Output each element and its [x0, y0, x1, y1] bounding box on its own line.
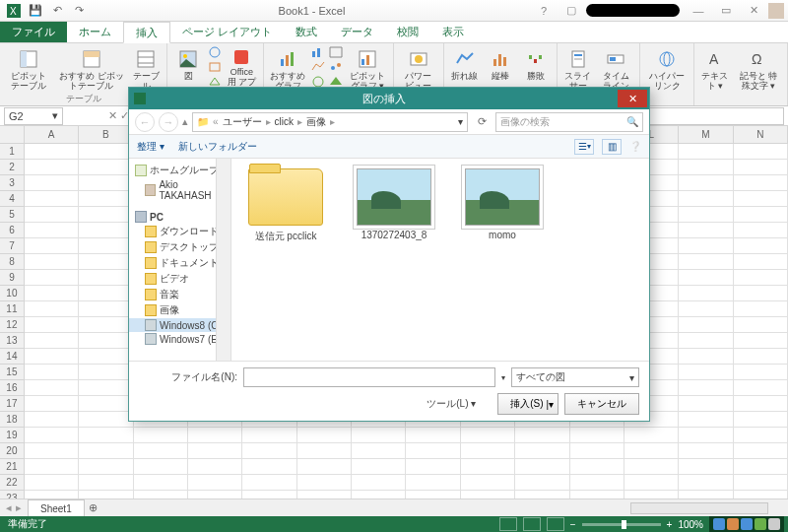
cell[interactable] — [188, 428, 242, 443]
zoom-in-icon[interactable]: + — [667, 519, 673, 530]
cell[interactable] — [679, 491, 733, 499]
cell[interactable] — [734, 333, 788, 349]
cell[interactable] — [25, 286, 79, 301]
zoom-level[interactable]: 100% — [678, 519, 703, 530]
cell[interactable] — [352, 475, 406, 491]
cancel-button[interactable]: キャンセル — [564, 393, 639, 415]
cell[interactable] — [734, 349, 788, 365]
cell[interactable] — [515, 491, 569, 499]
cell[interactable] — [734, 428, 788, 443]
cell[interactable] — [352, 443, 406, 459]
sheet-nav-prev[interactable]: ◂ — [6, 501, 12, 514]
chart-types[interactable] — [310, 45, 326, 89]
cell[interactable] — [406, 459, 460, 475]
refresh-button[interactable]: ⟳ — [472, 115, 492, 128]
row-header[interactable]: 23 — [0, 491, 25, 499]
cell[interactable] — [679, 270, 733, 286]
cell[interactable] — [25, 160, 79, 175]
user-avatar[interactable] — [768, 3, 784, 19]
insert-button[interactable]: 挿入(S) |▾ — [497, 393, 558, 415]
cell[interactable] — [188, 491, 242, 499]
file-list[interactable]: 送信元 pcclick 1370272403_8 momo — [231, 159, 649, 361]
col-header[interactable]: A — [25, 126, 79, 144]
cell[interactable] — [188, 459, 242, 475]
cell[interactable] — [79, 301, 133, 317]
text-button[interactable]: Aテキスト ▾ — [698, 45, 732, 93]
maximize-icon[interactable]: ▭ — [713, 3, 739, 19]
save-icon[interactable]: 💾 — [26, 2, 45, 20]
cell[interactable] — [25, 396, 79, 412]
tab-file[interactable]: ファイル — [0, 22, 67, 42]
zoom-out-icon[interactable]: − — [570, 519, 576, 530]
cell[interactable] — [25, 207, 79, 223]
tab-home[interactable]: ホーム — [67, 22, 123, 42]
cell[interactable] — [461, 459, 515, 475]
cell[interactable] — [79, 317, 133, 333]
cell[interactable] — [679, 223, 733, 238]
view-mode-button[interactable]: ☰▾ — [574, 139, 594, 155]
cell[interactable] — [188, 443, 242, 459]
tab-pagelayout[interactable]: ページ レイアウト — [170, 22, 284, 42]
cell[interactable] — [515, 475, 569, 491]
cell[interactable] — [297, 491, 352, 499]
cell[interactable] — [679, 349, 733, 365]
col-header[interactable]: N — [734, 126, 788, 144]
rec-chart-button[interactable]: おすすめ グラフ — [268, 45, 308, 93]
cell[interactable] — [134, 459, 188, 475]
close-button[interactable]: ✕ — [618, 90, 647, 107]
account-badge[interactable] — [586, 4, 680, 17]
row-header[interactable]: 16 — [0, 380, 25, 396]
cell[interactable] — [79, 491, 133, 499]
name-box[interactable]: G2▾ — [4, 107, 63, 125]
organize-menu[interactable]: 整理 ▾ — [137, 140, 164, 154]
cell[interactable] — [25, 380, 79, 396]
up-button[interactable]: ▴ — [182, 115, 188, 128]
cell[interactable] — [734, 286, 788, 301]
cell[interactable] — [570, 475, 624, 491]
file-item[interactable]: 1370272403_8 — [350, 168, 438, 240]
table-button[interactable]: テーブル — [129, 45, 163, 93]
cell[interactable] — [79, 144, 133, 160]
cell[interactable] — [79, 160, 133, 175]
cell[interactable] — [734, 301, 788, 317]
cell[interactable] — [570, 443, 624, 459]
file-item[interactable]: momo — [458, 168, 547, 240]
cell[interactable] — [570, 459, 624, 475]
cell[interactable] — [734, 270, 788, 286]
cell[interactable] — [624, 428, 679, 443]
row-header[interactable]: 20 — [0, 443, 25, 459]
cell[interactable] — [242, 443, 296, 459]
cell[interactable] — [79, 207, 133, 223]
cell[interactable] — [679, 333, 733, 349]
cell[interactable] — [242, 459, 296, 475]
shapes-stack[interactable] — [207, 45, 223, 89]
file-type-filter[interactable]: すべての図▾ — [511, 367, 639, 387]
chart-types-2[interactable] — [328, 45, 344, 89]
row-header[interactable]: 3 — [0, 175, 25, 191]
cell[interactable] — [461, 443, 515, 459]
cell[interactable] — [25, 428, 79, 443]
cell[interactable] — [297, 475, 352, 491]
cell[interactable] — [570, 491, 624, 499]
cell[interactable] — [734, 254, 788, 270]
row-header[interactable]: 12 — [0, 317, 25, 333]
cell[interactable] — [679, 238, 733, 254]
cell[interactable] — [515, 443, 569, 459]
cell[interactable] — [679, 412, 733, 428]
cell[interactable] — [134, 443, 188, 459]
sparkline-col[interactable]: 縦棒 — [484, 45, 517, 93]
view-layout-icon[interactable] — [523, 517, 541, 531]
cell[interactable] — [79, 238, 133, 254]
ribbon-opts-icon[interactable]: ▢ — [558, 3, 584, 19]
cell[interactable] — [25, 301, 79, 317]
help-icon[interactable]: ? — [531, 3, 557, 19]
pivot-table-button[interactable]: ピボット テーブル — [4, 45, 53, 93]
powerview-button[interactable]: パワー ビュー — [398, 45, 438, 93]
cell[interactable] — [79, 459, 133, 475]
cell[interactable] — [406, 443, 460, 459]
cell[interactable] — [79, 270, 133, 286]
cell[interactable] — [734, 160, 788, 175]
cell[interactable] — [134, 491, 188, 499]
slicer-button[interactable]: スライサー — [561, 45, 595, 93]
col-header[interactable]: B — [79, 126, 133, 144]
